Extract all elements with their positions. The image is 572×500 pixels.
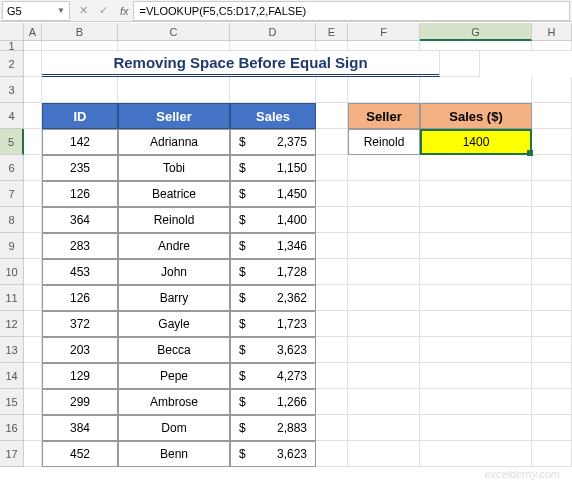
row-header-6[interactable]: 6: [0, 155, 24, 181]
cell-D8[interactable]: $1,400: [230, 207, 316, 233]
cell-A1[interactable]: [24, 41, 42, 51]
col-header-A[interactable]: A: [24, 23, 42, 41]
chevron-down-icon[interactable]: ▼: [57, 6, 65, 15]
row-header-3[interactable]: 3: [0, 77, 24, 103]
row-header-17[interactable]: 17: [0, 441, 24, 467]
cell-A7[interactable]: [24, 181, 42, 207]
cell-G11[interactable]: [420, 285, 532, 311]
cell-B8[interactable]: 364: [42, 207, 118, 233]
cell-D10[interactable]: $1,728: [230, 259, 316, 285]
row-header-5[interactable]: 5: [0, 129, 24, 155]
cell-F16[interactable]: [348, 415, 420, 441]
cell-C7[interactable]: Beatrice: [118, 181, 230, 207]
cell-H10[interactable]: [532, 259, 572, 285]
cell-H13[interactable]: [532, 337, 572, 363]
formula-input[interactable]: =VLOOKUP(F5,C5:D17,2,FALSE): [133, 1, 570, 21]
cell-H2[interactable]: [440, 51, 480, 77]
cell-D5[interactable]: $2,375: [230, 129, 316, 155]
cell-H4[interactable]: [532, 103, 572, 129]
cell-H3[interactable]: [532, 77, 572, 103]
cell-C4[interactable]: Seller: [118, 103, 230, 129]
cell-D13[interactable]: $3,623: [230, 337, 316, 363]
row-header-13[interactable]: 13: [0, 337, 24, 363]
cell-F15[interactable]: [348, 389, 420, 415]
cell-A14[interactable]: [24, 363, 42, 389]
cell-F5[interactable]: Reinold: [348, 129, 420, 155]
cell-A2[interactable]: [24, 51, 42, 77]
cell-G15[interactable]: [420, 389, 532, 415]
cell-G9[interactable]: [420, 233, 532, 259]
cell-E1[interactable]: [316, 41, 348, 51]
fill-handle[interactable]: [527, 150, 533, 156]
cell-B3[interactable]: [42, 77, 118, 103]
row-header-10[interactable]: 10: [0, 259, 24, 285]
cell-G14[interactable]: [420, 363, 532, 389]
col-header-F[interactable]: F: [348, 23, 420, 41]
cell-E14[interactable]: [316, 363, 348, 389]
cell-C15[interactable]: Ambrose: [118, 389, 230, 415]
cell-A13[interactable]: [24, 337, 42, 363]
cell-B17[interactable]: 452: [42, 441, 118, 467]
cell-D14[interactable]: $4,273: [230, 363, 316, 389]
row-header-7[interactable]: 7: [0, 181, 24, 207]
fx-icon[interactable]: fx: [116, 5, 133, 17]
row-header-4[interactable]: 4: [0, 103, 24, 129]
col-header-H[interactable]: H: [532, 23, 572, 41]
col-header-E[interactable]: E: [316, 23, 348, 41]
cell-H15[interactable]: [532, 389, 572, 415]
cell-G10[interactable]: [420, 259, 532, 285]
cell-C13[interactable]: Becca: [118, 337, 230, 363]
cell-F1[interactable]: [348, 41, 420, 51]
cell-D7[interactable]: $1,450: [230, 181, 316, 207]
cell-E7[interactable]: [316, 181, 348, 207]
cell-A11[interactable]: [24, 285, 42, 311]
cell-C11[interactable]: Barry: [118, 285, 230, 311]
cell-C10[interactable]: John: [118, 259, 230, 285]
select-all-corner[interactable]: [0, 23, 24, 41]
cell-B13[interactable]: 203: [42, 337, 118, 363]
cell-H1[interactable]: [532, 41, 572, 51]
cell-F10[interactable]: [348, 259, 420, 285]
row-header-11[interactable]: 11: [0, 285, 24, 311]
cell-C16[interactable]: Dom: [118, 415, 230, 441]
cell-H9[interactable]: [532, 233, 572, 259]
cell-F9[interactable]: [348, 233, 420, 259]
cell-A17[interactable]: [24, 441, 42, 467]
row-header-8[interactable]: 8: [0, 207, 24, 233]
cell-A10[interactable]: [24, 259, 42, 285]
cell-B6[interactable]: 235: [42, 155, 118, 181]
cell-A9[interactable]: [24, 233, 42, 259]
cell-E17[interactable]: [316, 441, 348, 467]
cell-G17[interactable]: [420, 441, 532, 467]
cell-F14[interactable]: [348, 363, 420, 389]
cell-F12[interactable]: [348, 311, 420, 337]
cell-B2[interactable]: Removing Space Before Equal Sign: [42, 51, 440, 77]
row-header-1[interactable]: 1: [0, 41, 24, 51]
cell-D3[interactable]: [230, 77, 316, 103]
cell-C6[interactable]: Tobi: [118, 155, 230, 181]
cell-D6[interactable]: $1,150: [230, 155, 316, 181]
cell-G16[interactable]: [420, 415, 532, 441]
cell-F3[interactable]: [348, 77, 420, 103]
cell-C8[interactable]: Reinold: [118, 207, 230, 233]
cell-E13[interactable]: [316, 337, 348, 363]
cell-G4[interactable]: Sales ($): [420, 103, 532, 129]
cell-A15[interactable]: [24, 389, 42, 415]
cell-A8[interactable]: [24, 207, 42, 233]
cell-B15[interactable]: 299: [42, 389, 118, 415]
cell-A16[interactable]: [24, 415, 42, 441]
cell-A3[interactable]: [24, 77, 42, 103]
cell-C14[interactable]: Pepe: [118, 363, 230, 389]
cell-F11[interactable]: [348, 285, 420, 311]
col-header-B[interactable]: B: [42, 23, 118, 41]
row-header-12[interactable]: 12: [0, 311, 24, 337]
cell-F4[interactable]: Seller: [348, 103, 420, 129]
cell-F13[interactable]: [348, 337, 420, 363]
cell-C17[interactable]: Benn: [118, 441, 230, 467]
cell-E3[interactable]: [316, 77, 348, 103]
row-header-2[interactable]: 2: [0, 51, 24, 77]
cell-E12[interactable]: [316, 311, 348, 337]
cell-G8[interactable]: [420, 207, 532, 233]
cell-A12[interactable]: [24, 311, 42, 337]
cell-E8[interactable]: [316, 207, 348, 233]
